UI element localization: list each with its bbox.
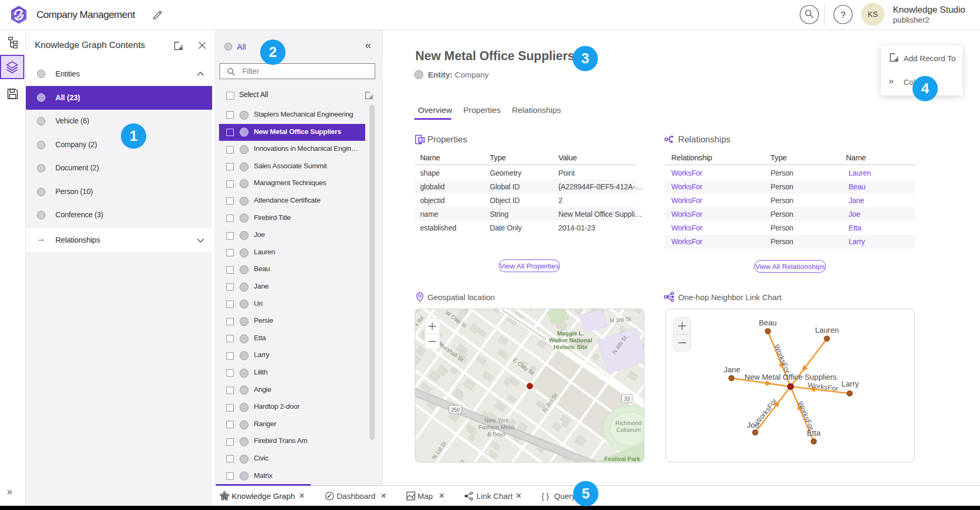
svg-text:Fashion Mens: Fashion Mens bbox=[478, 424, 515, 430]
svg-text:WorksFor: WorksFor bbox=[796, 400, 816, 431]
svg-text:Festival Park: Festival Park bbox=[604, 456, 641, 462]
svg-text:33: 33 bbox=[624, 396, 630, 402]
svg-text:New York: New York bbox=[484, 417, 509, 424]
svg-text:?: ? bbox=[841, 10, 845, 20]
svg-text:Maggie L.: Maggie L. bbox=[557, 330, 584, 336]
svg-text:Jane: Jane bbox=[724, 365, 740, 374]
svg-text:Historic Site: Historic Site bbox=[554, 344, 587, 350]
svg-text:Lauren: Lauren bbox=[815, 326, 839, 334]
svg-text:Walker National: Walker National bbox=[549, 337, 592, 343]
svg-text:WorksFor: WorksFor bbox=[773, 343, 792, 374]
svg-text:Beau: Beau bbox=[759, 319, 777, 327]
svg-text:New Metal Office Suppliers: New Metal Office Suppliers bbox=[745, 373, 837, 381]
svg-text:& Boys: & Boys bbox=[488, 431, 506, 437]
svg-text:Coliseum: Coliseum bbox=[616, 427, 641, 433]
svg-text:250: 250 bbox=[451, 407, 460, 413]
svg-text:Richmond: Richmond bbox=[615, 420, 642, 426]
svg-text:Larry: Larry bbox=[841, 380, 859, 388]
svg-text:WorksFor: WorksFor bbox=[754, 397, 779, 426]
